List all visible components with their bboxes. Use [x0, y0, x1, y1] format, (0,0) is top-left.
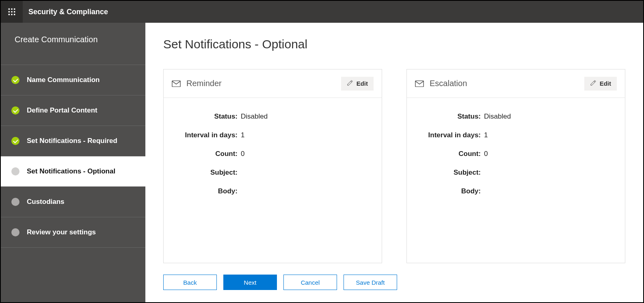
- field-body: Body:: [419, 187, 613, 195]
- pencil-icon: [590, 80, 596, 87]
- svg-rect-8: [14, 14, 15, 15]
- field-interval: Interval in days: 1: [419, 131, 613, 139]
- edit-escalation-button[interactable]: Edit: [584, 77, 617, 91]
- back-button[interactable]: Back: [163, 275, 217, 290]
- step-name-communication[interactable]: Name Communication: [1, 65, 145, 95]
- field-label: Interval in days:: [176, 131, 241, 139]
- topbar: Security & Compliance: [1, 1, 643, 23]
- svg-rect-5: [14, 11, 15, 12]
- field-label: Status:: [176, 113, 241, 121]
- mail-icon: [172, 80, 181, 87]
- field-status: Status: Disabled: [176, 113, 370, 121]
- check-icon: [11, 137, 19, 145]
- field-subject: Subject:: [419, 169, 613, 177]
- field-value: Disabled: [241, 113, 268, 121]
- edit-label: Edit: [600, 80, 611, 87]
- app-launcher-icon[interactable]: [1, 1, 23, 23]
- step-label: Review your settings: [27, 228, 96, 236]
- field-label: Subject:: [176, 169, 241, 177]
- svg-rect-1: [11, 9, 12, 10]
- card-header: Escalation Edit: [407, 69, 625, 98]
- check-icon: [11, 76, 19, 84]
- field-label: Status:: [419, 113, 484, 121]
- wizard-footer: Back Next Cancel Save Draft: [163, 275, 625, 290]
- svg-rect-9: [172, 80, 180, 87]
- card-header: Reminder Edit: [164, 69, 382, 98]
- circle-icon: [11, 198, 19, 206]
- next-button[interactable]: Next: [223, 275, 277, 290]
- step-define-portal-content[interactable]: Define Portal Content: [1, 95, 145, 126]
- cards-row: Reminder Edit Status: Disabled Interva: [163, 69, 625, 263]
- card-body: Status: Disabled Interval in days: 1 Cou…: [407, 98, 625, 221]
- field-value: 0: [484, 150, 488, 158]
- step-label: Set Notifications - Required: [27, 137, 117, 145]
- step-review-settings[interactable]: Review your settings: [1, 217, 145, 248]
- field-label: Body:: [176, 187, 241, 195]
- card-escalation: Escalation Edit Status: Disabled Inter: [406, 69, 625, 263]
- step-set-notifications-required[interactable]: Set Notifications - Required: [1, 126, 145, 156]
- save-draft-button[interactable]: Save Draft: [344, 275, 397, 290]
- card-body: Status: Disabled Interval in days: 1 Cou…: [164, 98, 382, 221]
- check-icon: [11, 106, 19, 115]
- sidebar-heading: Create Communication: [1, 23, 145, 65]
- mail-icon: [415, 80, 424, 87]
- field-body: Body:: [176, 187, 370, 195]
- field-count: Count: 0: [176, 150, 370, 158]
- step-custodians[interactable]: Custodians: [1, 187, 145, 217]
- edit-reminder-button[interactable]: Edit: [341, 77, 374, 91]
- field-value: 1: [484, 131, 488, 139]
- svg-rect-10: [415, 80, 424, 87]
- field-label: Subject:: [419, 169, 484, 177]
- main: Create Communication Name Communication …: [1, 23, 643, 302]
- field-subject: Subject:: [176, 169, 370, 177]
- svg-rect-6: [9, 14, 10, 15]
- pencil-icon: [347, 80, 353, 87]
- svg-rect-0: [9, 9, 10, 10]
- card-title: Reminder: [186, 79, 341, 88]
- step-label: Custodians: [27, 198, 65, 206]
- field-label: Count:: [176, 150, 241, 158]
- svg-rect-3: [9, 11, 10, 12]
- content-area: Set Notifications - Optional Reminder Ed…: [145, 23, 643, 302]
- step-label: Set Notifications - Optional: [27, 167, 115, 175]
- field-count: Count: 0: [419, 150, 613, 158]
- card-reminder: Reminder Edit Status: Disabled Interva: [163, 69, 382, 263]
- card-title: Escalation: [430, 79, 584, 88]
- wizard-sidebar: Create Communication Name Communication …: [1, 23, 145, 302]
- circle-icon: [11, 167, 19, 175]
- field-label: Interval in days:: [419, 131, 484, 139]
- field-value: 0: [241, 150, 244, 158]
- field-status: Status: Disabled: [419, 113, 613, 121]
- field-interval: Interval in days: 1: [176, 131, 370, 139]
- svg-rect-2: [14, 9, 15, 10]
- step-label: Name Communication: [27, 76, 99, 84]
- page-title: Set Notifications - Optional: [163, 37, 625, 51]
- svg-rect-7: [11, 14, 12, 15]
- svg-rect-4: [11, 11, 12, 12]
- app-title: Security & Compliance: [23, 8, 108, 16]
- field-value: 1: [241, 131, 244, 139]
- field-label: Count:: [419, 150, 484, 158]
- step-label: Define Portal Content: [27, 106, 97, 115]
- field-value: Disabled: [484, 113, 511, 121]
- circle-icon: [11, 228, 19, 236]
- edit-label: Edit: [357, 80, 368, 87]
- field-label: Body:: [419, 187, 484, 195]
- step-set-notifications-optional[interactable]: Set Notifications - Optional: [1, 156, 145, 187]
- cancel-button[interactable]: Cancel: [283, 275, 337, 290]
